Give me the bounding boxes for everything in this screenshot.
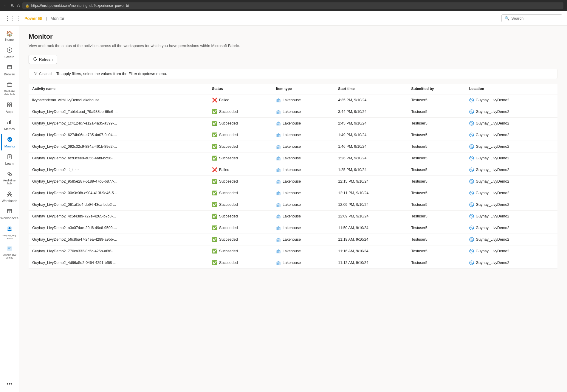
start-time-cell: 1:49 PM, 9/10/24 bbox=[334, 129, 408, 141]
sidebar-item-guyhay1[interactable]: Guyhay_Livy Demo2 bbox=[1, 223, 18, 242]
table-header-row: Activity name Status Item type Start tim… bbox=[29, 84, 557, 94]
breadcrumb-monitor[interactable]: Monitor bbox=[50, 16, 64, 21]
svg-rect-70 bbox=[278, 182, 278, 183]
svg-point-107 bbox=[470, 262, 472, 263]
status-badge: ✅ Succeeded bbox=[212, 190, 238, 196]
failed-status-icon: ❌ bbox=[212, 167, 218, 172]
toolbar: Refresh bbox=[29, 55, 557, 64]
grid-icon[interactable]: ⋮⋮⋮ bbox=[5, 15, 21, 22]
activity-name: Guyhay_LivyDemo2_1c4124c7-e12a-4a35-a399… bbox=[32, 121, 117, 125]
sidebar-item-workloads[interactable]: Workloads bbox=[1, 189, 18, 205]
brand-name[interactable]: Power BI bbox=[24, 16, 42, 21]
start-time-text: 1:25 PM, 9/10/24 bbox=[338, 168, 366, 172]
info-button[interactable]: ⓘ bbox=[69, 167, 73, 172]
sidebar-item-browse[interactable]: Browse bbox=[1, 62, 18, 78]
sidebar-item-guyhay2[interactable]: Guyhay_Livy Demo2 bbox=[1, 243, 18, 262]
submitted-by-cell: Testuser5 bbox=[408, 129, 465, 141]
svg-point-51 bbox=[470, 133, 474, 137]
filter-hint: To apply filters, select the values from… bbox=[56, 71, 167, 76]
location-text: Guyhay_LivyDemo2 bbox=[476, 144, 509, 149]
status-cell: ❌ Failed bbox=[208, 94, 272, 106]
location-text: Guyhay_LivyDemo2 bbox=[476, 133, 509, 137]
start-time-cell: 11:16 AM, 9/10/24 bbox=[334, 245, 408, 257]
activity-name: Guyhay_LivyDemo2_56c8ba47-24ea-4289-a9bb… bbox=[32, 237, 117, 242]
status-badge: ❌ Failed bbox=[212, 167, 229, 172]
table-row: Guyhay_LivyDemo2_TableLoad_79a988be-69e6… bbox=[29, 106, 557, 117]
item-type-text: Lakehouse bbox=[283, 203, 301, 207]
page-title: Monitor bbox=[29, 33, 557, 41]
top-nav: ⋮⋮⋮ Power BI | Monitor 🔍 bbox=[0, 11, 567, 26]
sidebar-item-workspaces[interactable]: Workspaces bbox=[1, 206, 18, 222]
more-options-button[interactable]: ⋯ bbox=[75, 167, 79, 172]
svg-point-37 bbox=[470, 99, 472, 100]
status-badge: ✅ Succeeded bbox=[212, 155, 238, 161]
col-start-time: Start time bbox=[334, 84, 408, 94]
home-icon: 🏠 bbox=[6, 30, 13, 37]
search-input[interactable] bbox=[511, 16, 559, 21]
svg-rect-95 bbox=[278, 240, 278, 242]
item-type-text: Lakehouse bbox=[283, 249, 301, 253]
table-row: Guyhay_LivyDemo2_061af1e4-db94-43ca-bdb2… bbox=[29, 199, 557, 210]
sidebar-item-learn[interactable]: Learn bbox=[1, 152, 18, 168]
svg-rect-8 bbox=[7, 105, 9, 107]
item-type-cell: Lakehouse bbox=[272, 245, 334, 257]
col-status: Status bbox=[208, 84, 272, 94]
learn-icon bbox=[7, 154, 12, 161]
sidebar-label-workspaces: Workspaces bbox=[0, 216, 18, 220]
submitted-by-text: Testuser5 bbox=[411, 249, 427, 253]
filter-bar: Clear all To apply filters, select the v… bbox=[29, 69, 557, 79]
start-time-text: 2:45 PM, 9/10/24 bbox=[338, 121, 366, 125]
svg-point-102 bbox=[470, 250, 472, 251]
activity-name-cell: Guyhay_LivyDemo2_acd3cee9-e056-4afd-bc56… bbox=[29, 152, 208, 164]
status-text: Succeeded bbox=[219, 133, 238, 137]
status-cell: ✅ Succeeded bbox=[208, 187, 272, 199]
status-badge: ✅ Succeeded bbox=[212, 144, 238, 149]
svg-rect-80 bbox=[278, 205, 278, 207]
succeeded-status-icon: ✅ bbox=[212, 132, 218, 138]
status-badge: ✅ Succeeded bbox=[212, 132, 238, 138]
home-button[interactable]: ⌂ bbox=[17, 3, 20, 8]
item-type-cell: Lakehouse bbox=[272, 106, 334, 117]
svg-rect-12 bbox=[10, 120, 11, 124]
status-text: Succeeded bbox=[219, 156, 238, 160]
item-type-text: Lakehouse bbox=[283, 144, 301, 149]
clear-all-button[interactable]: Clear all bbox=[32, 71, 53, 77]
status-badge: ✅ Succeeded bbox=[212, 179, 238, 184]
sidebar-label-create: Create bbox=[4, 55, 14, 59]
top-search[interactable]: 🔍 bbox=[501, 14, 562, 22]
svg-point-61 bbox=[470, 156, 474, 160]
location-cell: Guyhay_LivyDemo2 bbox=[466, 245, 557, 257]
sidebar-item-create[interactable]: Create bbox=[1, 45, 18, 61]
succeeded-status-icon: ✅ bbox=[212, 214, 218, 219]
sidebar-item-home[interactable]: 🏠 Home bbox=[1, 28, 18, 44]
succeeded-status-icon: ✅ bbox=[212, 144, 218, 149]
sidebar-item-monitor[interactable]: Monitor bbox=[1, 134, 18, 150]
location-cell: Guyhay_LivyDemo2 bbox=[466, 187, 557, 199]
sidebar-item-onelake[interactable]: OneLake data hub bbox=[1, 80, 18, 99]
sidebar-item-realtime[interactable]: Real-Time hub bbox=[1, 169, 18, 188]
item-type-cell: Lakehouse bbox=[272, 257, 334, 268]
submitted-by-text: Testuser5 bbox=[411, 133, 427, 137]
start-time-cell: 4:35 PM, 9/10/24 bbox=[334, 94, 408, 106]
svg-point-72 bbox=[470, 180, 472, 181]
svg-point-47 bbox=[470, 122, 472, 123]
sidebar-item-metrics[interactable]: Metrics bbox=[1, 117, 18, 133]
status-cell: ✅ Succeeded bbox=[208, 141, 272, 152]
svg-point-20 bbox=[9, 192, 10, 194]
forward-button[interactable]: ↻ bbox=[11, 3, 15, 9]
start-time-text: 1:26 PM, 9/10/24 bbox=[338, 156, 366, 160]
svg-point-67 bbox=[470, 169, 472, 170]
sidebar-label-monitor: Monitor bbox=[4, 144, 16, 148]
table-row: Guyhay_LivyDemo2_00c3c0fb-e904-413f-9e46… bbox=[29, 187, 557, 199]
status-badge: ✅ Succeeded bbox=[212, 260, 238, 265]
submitted-by-cell: Testuser5 bbox=[408, 94, 465, 106]
status-badge: ❌ Failed bbox=[212, 97, 229, 103]
status-text: Succeeded bbox=[219, 214, 238, 218]
url-bar: 🔒 https://msit.powerbi.com/monitoringhub… bbox=[22, 2, 563, 9]
location-cell: Guyhay_LivyDemo2 bbox=[466, 141, 557, 152]
sidebar-item-apps[interactable]: Apps bbox=[1, 100, 18, 116]
refresh-button[interactable]: Refresh bbox=[29, 55, 57, 64]
back-button[interactable]: ← bbox=[4, 3, 8, 8]
activity-name-cell: Guyhay_LivyDemo2_1c4124c7-e12a-4a35-a399… bbox=[29, 117, 208, 129]
sidebar-item-more[interactable]: ••• bbox=[1, 379, 18, 390]
